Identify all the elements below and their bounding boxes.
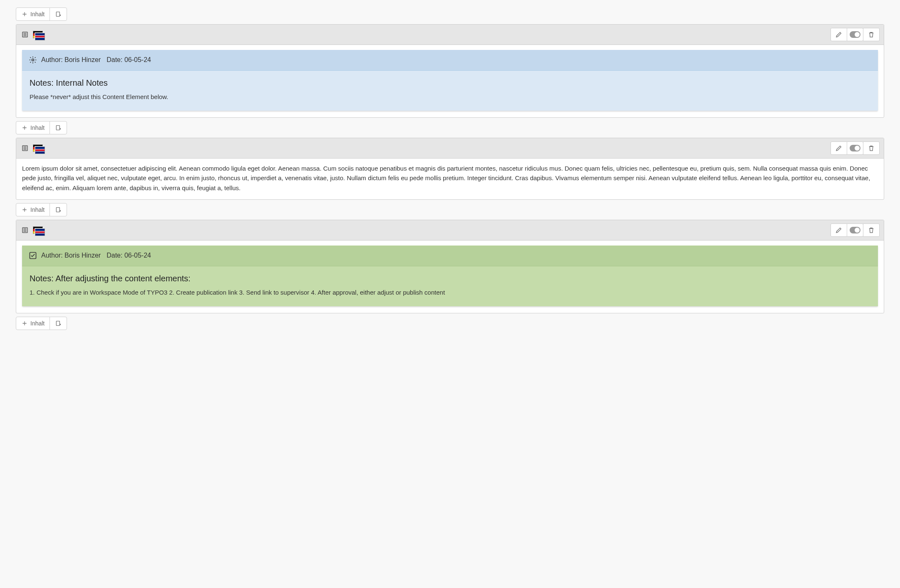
note-meta: Author: Boris Hinzer Date: 06-05-24 <box>41 251 151 261</box>
action-group <box>831 223 880 237</box>
delete-button[interactable] <box>863 141 880 155</box>
svg-point-2 <box>32 59 34 61</box>
date-label: Date: <box>107 56 122 63</box>
note-block: Author: Boris Hinzer Date: 06-05-24 Note… <box>22 50 878 111</box>
author-value: Boris Hinzer <box>64 252 101 259</box>
pencil-icon <box>835 144 843 152</box>
add-content-button[interactable]: Inhalt <box>16 121 50 134</box>
toggle-icon <box>850 227 860 233</box>
content-type-icon <box>20 144 30 153</box>
delete-button[interactable] <box>863 28 880 41</box>
paste-icon <box>55 320 62 327</box>
content-element-header[interactable] <box>16 220 884 241</box>
svg-rect-0 <box>57 12 60 17</box>
add-content-label: Inhalt <box>30 124 45 131</box>
add-content-label: Inhalt <box>30 11 45 17</box>
edit-button[interactable] <box>831 223 847 237</box>
content-element: Author: Boris Hinzer Date: 06-05-24 Note… <box>16 220 884 313</box>
content-element-body: Author: Boris Hinzer Date: 06-05-24 Note… <box>16 241 884 313</box>
author-label: Author: <box>41 56 63 63</box>
paste-icon <box>55 206 62 213</box>
language-flag-icon <box>33 144 43 152</box>
gear-icon <box>29 56 37 64</box>
author-label: Author: <box>41 252 63 259</box>
add-content-button[interactable]: Inhalt <box>16 317 50 330</box>
content-element: Lorem ipsum dolor sit amet, consectetuer… <box>16 138 884 200</box>
note-title: Notes: Internal Notes <box>30 77 870 89</box>
add-content-label: Inhalt <box>30 206 45 213</box>
toggle-icon <box>850 145 860 151</box>
svg-rect-8 <box>57 321 60 326</box>
note-text: Please *never* adjust this Content Eleme… <box>30 92 870 102</box>
note-text: 1. Check if you are in Workspace Mode of… <box>30 288 870 297</box>
date-value: 06-05-24 <box>124 252 151 259</box>
language-flag-icon <box>33 31 43 38</box>
plus-icon <box>21 320 28 327</box>
content-element-body: Lorem ipsum dolor sit amet, consectetuer… <box>16 159 884 199</box>
add-content-paste-button[interactable] <box>50 203 67 216</box>
note-body: Notes: Internal Notes Please *never* adj… <box>22 71 878 111</box>
note-block: Author: Boris Hinzer Date: 06-05-24 Note… <box>22 246 878 306</box>
pencil-icon <box>835 226 843 234</box>
svg-rect-3 <box>57 126 60 130</box>
toggle-visibility-button[interactable] <box>847 223 863 237</box>
add-content-row: Inhalt <box>16 317 884 330</box>
content-type-icon <box>20 30 30 39</box>
check-icon <box>29 251 37 260</box>
add-content-row: Inhalt <box>16 203 884 216</box>
plus-icon <box>21 11 28 17</box>
trash-icon <box>868 144 875 152</box>
add-content-row: Inhalt <box>16 121 884 134</box>
add-content-paste-button[interactable] <box>50 7 67 21</box>
plus-icon <box>21 124 28 131</box>
add-content-paste-button[interactable] <box>50 121 67 134</box>
note-meta: Author: Boris Hinzer Date: 06-05-24 <box>41 55 151 65</box>
date-label: Date: <box>107 252 122 259</box>
delete-button[interactable] <box>863 223 880 237</box>
add-content-row: Inhalt <box>16 7 884 21</box>
action-group <box>831 28 880 41</box>
author-value: Boris Hinzer <box>64 56 101 63</box>
trash-icon <box>868 226 875 234</box>
toggle-visibility-button[interactable] <box>847 28 863 41</box>
content-element-header[interactable] <box>16 25 884 45</box>
toggle-visibility-button[interactable] <box>847 141 863 155</box>
note-title: Notes: After adjusting the content eleme… <box>30 272 870 285</box>
content-type-icon <box>20 226 30 235</box>
toggle-icon <box>850 31 860 38</box>
add-content-button[interactable]: Inhalt <box>16 203 50 216</box>
content-text: Lorem ipsum dolor sit amet, consectetuer… <box>22 164 878 193</box>
add-content-label: Inhalt <box>30 320 45 327</box>
date-value: 06-05-24 <box>124 56 151 63</box>
language-flag-icon <box>33 226 43 234</box>
note-header: Author: Boris Hinzer Date: 06-05-24 <box>22 246 878 266</box>
add-content-button[interactable]: Inhalt <box>16 7 50 21</box>
pencil-icon <box>835 31 843 38</box>
trash-icon <box>868 31 875 38</box>
action-group <box>831 141 880 155</box>
edit-button[interactable] <box>831 28 847 41</box>
note-body: Notes: After adjusting the content eleme… <box>22 266 878 306</box>
content-element-header[interactable] <box>16 138 884 159</box>
paste-icon <box>55 11 62 17</box>
content-element: Author: Boris Hinzer Date: 06-05-24 Note… <box>16 24 884 118</box>
plus-icon <box>21 206 28 213</box>
paste-icon <box>55 124 62 131</box>
note-header: Author: Boris Hinzer Date: 06-05-24 <box>22 50 878 71</box>
svg-rect-5 <box>57 207 60 212</box>
edit-button[interactable] <box>831 141 847 155</box>
add-content-paste-button[interactable] <box>50 317 67 330</box>
content-element-body: Author: Boris Hinzer Date: 06-05-24 Note… <box>16 45 884 117</box>
